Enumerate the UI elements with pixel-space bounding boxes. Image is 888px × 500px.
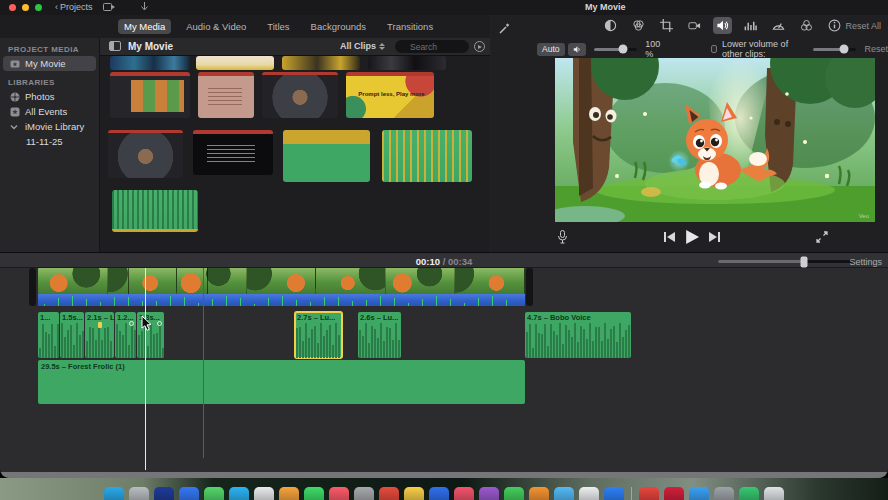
stabilization-icon[interactable] — [685, 17, 704, 34]
reset-volume-button[interactable]: Reset — [864, 44, 888, 54]
tab-my-media[interactable]: My Media — [118, 19, 171, 34]
next-frame-button[interactable] — [709, 232, 720, 242]
background-music-clip[interactable]: 29.5s – Forest Frolic (1) — [38, 360, 525, 404]
clip-filter-icon[interactable] — [797, 17, 816, 34]
close-window-button[interactable] — [9, 4, 16, 11]
dock-app-icon[interactable] — [304, 487, 324, 500]
sidebar-item-11-11-25[interactable]: 11-11-25 — [0, 134, 99, 149]
media-thumbnail-webcam[interactable] — [108, 130, 183, 178]
tab-transitions[interactable]: Transitions — [381, 19, 439, 34]
media-thumbnail-terminal[interactable] — [193, 130, 273, 175]
continuous-playback-icon[interactable] — [474, 41, 485, 52]
dock-app-icon[interactable] — [529, 487, 549, 500]
timeline-settings-button[interactable]: Settings — [849, 257, 882, 267]
dock-app-icon[interactable] — [229, 487, 249, 500]
dock-app-icon[interactable] — [254, 487, 274, 500]
sidebar-item-imovie-library[interactable]: iMovie Library — [0, 119, 99, 134]
search-input[interactable] — [395, 40, 469, 53]
crop-icon[interactable] — [657, 17, 676, 34]
dock-app-icon[interactable] — [354, 487, 374, 500]
media-thumbnail-audio-wave[interactable] — [112, 190, 198, 232]
dock-app-icon[interactable] — [764, 487, 784, 500]
previous-frame-button[interactable] — [664, 232, 675, 242]
video-audio-waveform-bar[interactable] — [38, 294, 525, 306]
dock-app-icon[interactable] — [664, 487, 684, 500]
dock-app-icon[interactable] — [279, 487, 299, 500]
projects-back-button[interactable]: ‹ Projects — [55, 1, 93, 13]
media-thumbnail-film-dark[interactable] — [368, 56, 446, 70]
tab-titles[interactable]: Titles — [261, 19, 295, 34]
sidebar-item-my-movie[interactable]: My Movie — [3, 56, 96, 71]
dock-app-icon[interactable] — [579, 487, 599, 500]
audio-clip-selected[interactable]: 2.7s – Lu... — [295, 312, 342, 358]
media-thumbnail-film-blue[interactable] — [110, 56, 190, 70]
download-arrow-icon[interactable] — [140, 2, 149, 14]
dock-app-icon[interactable] — [714, 487, 734, 500]
zoom-window-button[interactable] — [35, 4, 42, 11]
dock-app-icon[interactable] — [479, 487, 499, 500]
dock-app-icon[interactable] — [429, 487, 449, 500]
dock-app-icon[interactable] — [604, 487, 624, 500]
video-clip-filmstrip[interactable] — [38, 268, 525, 294]
tab-audio-video[interactable]: Audio & Video — [180, 19, 252, 34]
audio-clip[interactable]: 2.1s – L... — [85, 312, 114, 358]
audio-clip[interactable]: 1.2... — [115, 312, 136, 358]
play-button[interactable] — [685, 230, 699, 244]
dock-app-icon[interactable] — [504, 487, 524, 500]
dock-app-icon[interactable] — [639, 487, 659, 500]
mute-speaker-button[interactable] — [568, 43, 586, 56]
voiceover-mic-button[interactable] — [557, 230, 568, 244]
audio-clip[interactable]: 2.6s – Lu... — [358, 312, 401, 358]
media-thumbnail-editor[interactable] — [110, 72, 190, 118]
sidebar-item-all-events[interactable]: All Events — [0, 104, 99, 119]
dock-app-icon[interactable] — [689, 487, 709, 500]
audio-clip[interactable]: 1.5s... — [60, 312, 84, 358]
toggle-sidebar-icon[interactable] — [109, 41, 121, 51]
media-thumbnail-film-yellow[interactable] — [282, 56, 360, 70]
media-thumbnail-webcam[interactable] — [262, 72, 338, 118]
volume-slider[interactable] — [594, 48, 638, 51]
waveform-tick — [114, 297, 115, 306]
tab-backgrounds[interactable]: Backgrounds — [305, 19, 372, 34]
media-thumbnail-document[interactable] — [198, 72, 254, 118]
dock-app-icon[interactable] — [739, 487, 759, 500]
dock-app-icon[interactable] — [554, 487, 574, 500]
media-thumbnail-film-cream[interactable] — [196, 56, 274, 70]
reset-all-button[interactable]: Reset All — [845, 21, 881, 31]
sidebar-item-photos[interactable]: Photos — [0, 89, 99, 104]
info-icon[interactable] — [825, 17, 844, 34]
dock-app-icon[interactable] — [179, 487, 199, 500]
dock-app-icon[interactable] — [129, 487, 149, 500]
volume-icon[interactable] — [713, 17, 732, 34]
color-correction-icon[interactable] — [601, 17, 620, 34]
white-balance-icon[interactable] — [629, 17, 648, 34]
dock-app-icon[interactable] — [379, 487, 399, 500]
media-thumbnail-audio-top[interactable] — [283, 130, 370, 182]
speed-icon[interactable] — [769, 17, 788, 34]
lower-volume-checkbox[interactable] — [711, 45, 718, 53]
playhead[interactable] — [145, 268, 146, 470]
import-media-icon[interactable] — [103, 2, 115, 14]
lower-volume-slider[interactable] — [813, 48, 857, 51]
noise-reduction-icon[interactable] — [741, 17, 760, 34]
inspector-panel: Reset All Auto 100 % Lower volume of oth… — [491, 15, 888, 252]
waveform-tick — [464, 303, 465, 306]
media-thumbnail-audio-spikes[interactable] — [382, 130, 472, 182]
media-thumbnail-slide[interactable]: Prompt less, Play more — [346, 72, 434, 118]
clip-filter-dropdown[interactable]: All Clips — [340, 41, 385, 51]
dock-app-icon[interactable] — [329, 487, 349, 500]
left-trim-handle[interactable] — [29, 268, 36, 306]
right-trim-handle[interactable] — [526, 268, 533, 306]
dock-app-icon[interactable] — [104, 487, 124, 500]
audio-clip[interactable]: 4.7s – Bobo Voice — [525, 312, 631, 358]
audio-clip[interactable]: 1... — [38, 312, 59, 358]
dock-app-icon[interactable] — [404, 487, 424, 500]
fullscreen-button[interactable] — [816, 231, 828, 243]
auto-volume-button[interactable]: Auto — [537, 43, 565, 56]
dock-app-icon[interactable] — [204, 487, 224, 500]
enhance-wand-icon[interactable] — [499, 20, 511, 38]
dock-app-icon[interactable] — [454, 487, 474, 500]
timeline-zoom-slider[interactable] — [718, 260, 853, 263]
dock-app-icon[interactable] — [154, 487, 174, 500]
minimize-window-button[interactable] — [22, 4, 29, 11]
